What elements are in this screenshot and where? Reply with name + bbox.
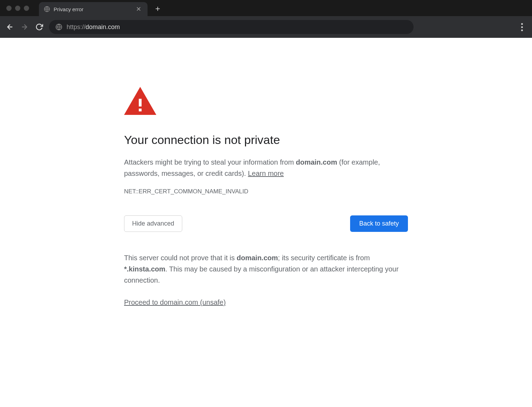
url-domain: domain.com	[86, 23, 120, 30]
page-content: Your connection is not private Attackers…	[0, 38, 532, 306]
error-domain: domain.com	[296, 158, 337, 166]
url-protocol: https://	[67, 23, 86, 30]
back-button[interactable]	[5, 22, 15, 32]
tab-title: Privacy error	[54, 6, 131, 12]
svg-rect-4	[139, 109, 142, 111]
tab-bar: Privacy error ✕ +	[0, 0, 532, 16]
error-description: Attackers might be trying to steal your …	[124, 157, 408, 179]
error-code: NET::ERR_CERT_COMMON_NAME_INVALID	[124, 188, 408, 195]
error-container: Your connection is not private Attackers…	[124, 87, 408, 306]
url-text: https://domain.com	[67, 23, 120, 31]
globe-icon	[44, 6, 50, 12]
address-bar[interactable]: https://domain.com	[49, 20, 414, 34]
warning-triangle-icon	[124, 87, 408, 116]
browser-menu-button[interactable]	[517, 21, 527, 33]
globe-icon	[55, 23, 62, 30]
hide-advanced-button[interactable]: Hide advanced	[124, 215, 182, 232]
button-row: Hide advanced Back to safety	[124, 215, 408, 232]
toolbar: https://domain.com	[0, 16, 532, 38]
learn-more-link[interactable]: Learn more	[248, 170, 284, 177]
reload-button[interactable]	[34, 22, 44, 32]
browser-tab[interactable]: Privacy error ✕	[39, 2, 148, 16]
browser-chrome: Privacy error ✕ +	[0, 0, 532, 38]
proceed-unsafe-link[interactable]: Proceed to domain.com (unsafe)	[124, 298, 226, 306]
window-minimize-button[interactable]	[15, 6, 20, 11]
window-maximize-button[interactable]	[24, 6, 29, 11]
svg-rect-3	[139, 99, 142, 106]
new-tab-button[interactable]: +	[150, 2, 165, 15]
window-controls	[4, 6, 29, 11]
advanced-explanation: This server could not prove that it is d…	[124, 252, 408, 286]
error-heading: Your connection is not private	[124, 133, 408, 147]
back-to-safety-button[interactable]: Back to safety	[350, 215, 408, 232]
window-close-button[interactable]	[6, 6, 12, 11]
close-icon[interactable]: ✕	[135, 5, 143, 14]
forward-button[interactable]	[20, 22, 29, 32]
